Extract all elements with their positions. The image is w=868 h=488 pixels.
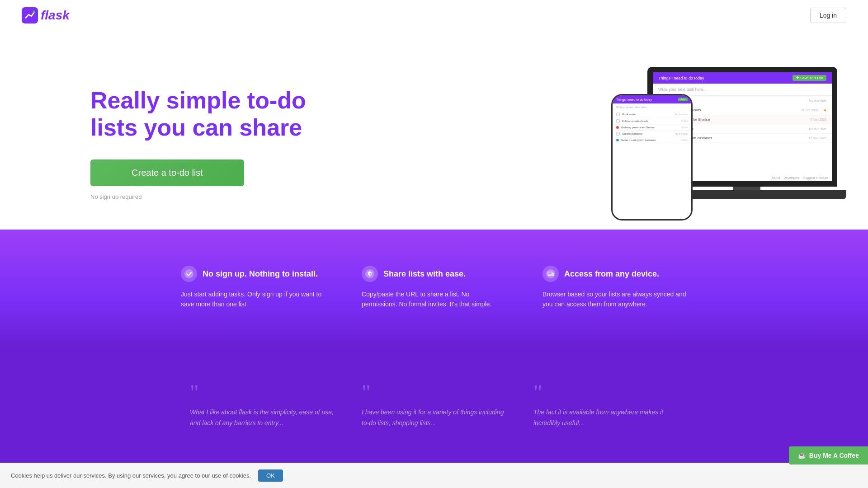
testimonials-section: " What I like about flask is the simplic… <box>0 346 868 465</box>
testimonial-1: " What I like about flask is the simplic… <box>190 382 335 429</box>
logo-text: flask <box>41 8 70 23</box>
feature-title-1: No sign up. Nothing to install. <box>203 269 318 279</box>
task-priority-dot <box>616 139 619 141</box>
task-checkbox <box>616 132 620 136</box>
testimonial-text-2: I have been using it for a variety of th… <box>362 407 506 429</box>
footer-link[interactable]: About <box>772 176 780 179</box>
svg-point-1 <box>33 10 35 13</box>
header: flask Log in <box>0 0 868 31</box>
task-label: Setup meeting with customer <box>621 139 656 141</box>
no-signup-text: No sign up required <box>90 193 307 200</box>
phone-title: Things I need to do today <box>616 98 652 101</box>
task-date: 5 Nov 2023 <box>810 118 826 121</box>
list-item: Outline blog post No due date <box>613 131 691 137</box>
phone-mockup: Things I need to do today Add Write your… <box>611 94 693 221</box>
cta-button[interactable]: Create a to-do list <box>90 160 244 186</box>
testimonial-text-3: The fact it is available from anywhere m… <box>533 407 678 429</box>
screen-save-button[interactable]: ✚ Save This List <box>793 75 826 81</box>
task-date: No due date <box>809 99 826 102</box>
screen-footer: About Developers Suggest a feature <box>772 176 828 179</box>
testimonial-2: " I have been using it for a variety of … <box>362 382 506 429</box>
svg-point-2 <box>184 269 193 278</box>
cookie-banner: Cookies help us deliver our services. By… <box>0 463 868 465</box>
screen-header: Things I need to do today ✚ Save This Li… <box>653 72 832 84</box>
phone-screen-header: Things I need to do today Add <box>613 95 691 103</box>
screen-title: Things I need to do today <box>658 76 704 80</box>
feature-header-3: Access from any device. <box>542 266 687 282</box>
task-date: No due date <box>809 127 826 131</box>
phone-input: Write your next task here... <box>613 103 691 111</box>
task-label: Outline blog post <box>622 132 642 135</box>
feature-item-1: No sign up. Nothing to install. Just sta… <box>181 266 326 310</box>
quote-mark-2: " <box>362 382 506 404</box>
buy-coffee-label: Buy Me A Coffee <box>809 452 859 459</box>
feature-desc-2: Copy/paste the URL to share a list. No p… <box>362 289 506 310</box>
list-item: Setup meeting with customer 12 Nov <box>613 137 691 143</box>
task-checkbox <box>616 119 620 123</box>
task-label: Drink water <box>622 113 636 116</box>
footer-link[interactable]: Suggest a feature <box>803 176 828 179</box>
feature-item-2: Share lists with ease. Copy/paste the UR… <box>362 266 506 310</box>
quote-mark-3: " <box>533 382 678 404</box>
testimonial-3: " The fact it is available from anywhere… <box>533 382 678 429</box>
task-label: Follow up sales leads <box>622 120 648 122</box>
feature-item-3: Access from any device. Browser based so… <box>542 266 687 310</box>
list-item: Birthday present for Shalise 5 Nov <box>613 125 691 131</box>
list-item: Drink water No due date <box>613 111 691 118</box>
feature-header-1: No sign up. Nothing to install. <box>181 266 326 282</box>
task-checkbox <box>616 113 620 116</box>
task-priority-dot <box>616 126 619 129</box>
buy-coffee-button[interactable]: ☕ Buy Me A Coffee <box>789 446 868 465</box>
hero-content: Really simple to-do lists you can share … <box>90 87 307 200</box>
task-date: 5 Nov <box>682 126 688 129</box>
task-date: 31 Oct <box>681 120 688 122</box>
task-date: No due date <box>675 132 688 135</box>
hero-title: Really simple to-do lists you can share <box>90 87 307 141</box>
phone-screen: Things I need to do today Add Write your… <box>613 95 691 219</box>
feature-desc-1: Just start adding tasks. Only sign up if… <box>181 289 326 310</box>
feature-header-2: Share lists with ease. <box>362 266 506 282</box>
share-icon <box>362 266 378 282</box>
hero-image: Things I need to do today Add Write your… <box>593 58 846 230</box>
checkmark-icon <box>181 266 197 282</box>
testimonial-text-1: What I like about flask is the simplicit… <box>190 407 335 429</box>
task-date: 12 Nov <box>680 139 688 141</box>
quote-mark-1: " <box>190 382 335 404</box>
list-item: Follow up sales leads 31 Oct <box>613 118 691 125</box>
hero-section: Really simple to-do lists you can share … <box>0 31 868 230</box>
flask-logo-icon <box>22 7 38 23</box>
features-section: No sign up. Nothing to install. Just sta… <box>0 230 868 346</box>
laptop-notch <box>733 187 760 190</box>
feature-title-2: Share lists with ease. <box>383 269 466 279</box>
feature-desc-3: Browser based so your lists are always s… <box>542 289 687 310</box>
task-date: 31 Oct 2023 <box>801 108 818 112</box>
login-button[interactable]: Log in <box>810 8 846 23</box>
footer-link[interactable]: Developers <box>783 176 799 179</box>
coffee-icon: ☕ <box>798 452 806 459</box>
task-date: No due date <box>675 113 688 116</box>
phone-add-button[interactable]: Add <box>678 98 688 101</box>
logo: flask <box>22 7 70 23</box>
device-icon <box>542 266 559 282</box>
feature-title-3: Access from any device. <box>564 269 659 279</box>
task-label: Birthday present for Shalise <box>621 126 655 129</box>
task-date: 12 Nov 2023 <box>808 136 826 140</box>
